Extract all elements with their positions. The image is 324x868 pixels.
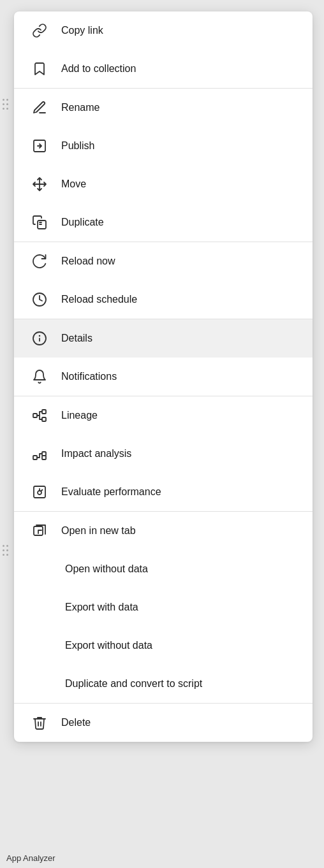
drag-handle-1 [3,99,8,110]
svg-rect-6 [33,414,37,417]
menu-item-evaluate-performance[interactable]: Evaluate performance [14,473,313,511]
menu-label-move: Move [61,178,86,190]
menu-item-reload-schedule[interactable]: Reload schedule [14,280,313,319]
move-icon [29,174,50,194]
trash-icon [29,712,50,733]
menu-label-rename: Rename [61,102,99,113]
menu-item-export-without-data[interactable]: Export without data [14,626,313,665]
clock-icon [29,289,50,310]
lineage-icon [29,405,50,426]
svg-rect-7 [42,410,46,414]
menu-label-delete: Delete [61,717,91,728]
svg-rect-8 [42,417,46,421]
svg-rect-12 [34,486,45,498]
menu-item-publish[interactable]: Publish [14,127,313,165]
info-icon [29,328,50,349]
menu-item-duplicate[interactable]: Duplicate [14,203,313,242]
menu-item-export-with-data[interactable]: Export with data [14,588,313,626]
app-analyzer-label: App Analyzer [6,853,55,863]
menu-label-reload-now: Reload now [61,256,115,267]
menu-label-open-without-data: Open without data [65,563,148,575]
menu-item-impact-analysis[interactable]: Impact analysis [14,435,313,473]
new-tab-icon [29,521,50,541]
menu-label-add-to-collection: Add to collection [61,63,136,75]
svg-rect-9 [33,456,37,459]
drag-handle-2 [3,545,8,556]
menu-label-reload-schedule: Reload schedule [61,294,137,305]
menu-label-export-without-data: Export without data [65,640,152,651]
menu-label-export-with-data: Export with data [65,602,138,613]
duplicate-icon [29,212,50,233]
menu-label-details: Details [61,333,92,344]
menu-item-open-without-data[interactable]: Open without data [14,550,313,588]
menu-item-delete[interactable]: Delete [14,704,313,742]
menu-label-impact-analysis: Impact analysis [61,448,131,459]
menu-label-notifications: Notifications [61,371,117,382]
menu-item-add-to-collection[interactable]: Add to collection [14,50,313,88]
menu-label-duplicate: Duplicate [61,217,104,228]
publish-icon [29,136,50,156]
menu-item-lineage[interactable]: Lineage [14,396,313,435]
menu-item-rename[interactable]: Rename [14,89,313,127]
menu-item-move[interactable]: Move [14,165,313,203]
menu-label-publish: Publish [61,140,94,152]
impact-icon [29,444,50,464]
menu-label-lineage: Lineage [61,410,98,421]
reload-icon [29,251,50,271]
menu-item-open-new-tab[interactable]: Open in new tab [14,512,313,550]
bell-icon [29,366,50,387]
menu-item-reload-now[interactable]: Reload now [14,242,313,280]
pencil-icon [29,98,50,118]
menu-label-evaluate-performance: Evaluate performance [61,486,161,498]
context-menu: Copy link Add to collection Rename Publi… [14,11,313,742]
performance-icon [29,482,50,502]
menu-item-duplicate-convert[interactable]: Duplicate and convert to script [14,665,313,703]
menu-item-copy-link[interactable]: Copy link [14,11,313,50]
menu-label-copy-link: Copy link [61,25,103,36]
menu-item-notifications[interactable]: Notifications [14,358,313,396]
svg-rect-11 [42,456,46,459]
menu-item-details[interactable]: Details [14,319,313,358]
svg-rect-10 [42,452,46,456]
link-icon [29,20,50,41]
menu-label-open-new-tab: Open in new tab [61,525,136,537]
bookmark-icon [29,59,50,79]
menu-label-duplicate-convert: Duplicate and convert to script [65,678,202,690]
